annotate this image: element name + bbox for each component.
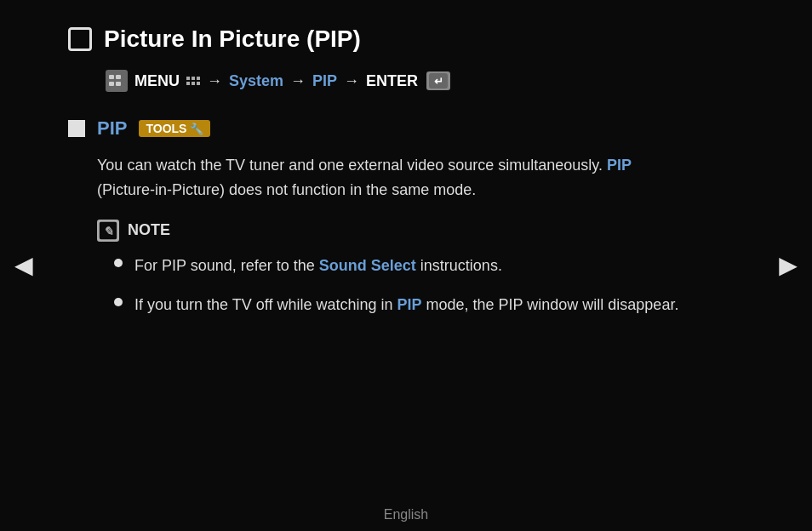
note-icon: ✎ [97,220,119,242]
sound-select-link: Sound Select [319,257,416,274]
breadcrumb-enter: ENTER [366,72,418,90]
pip-description: You can watch the TV tuner and one exter… [97,153,744,203]
enter-icon: ↵ [426,71,450,90]
description-part1: You can watch the TV tuner and one exter… [97,157,603,174]
section-bullet [68,120,85,137]
pip-section: PIP TOOLS 🔧 You can watch the TV tuner a… [68,117,744,317]
svg-rect-0 [106,70,128,92]
bullet-1-text: For PIP sound, refer to the Sound Select… [134,254,502,278]
svg-rect-1 [109,75,114,79]
svg-text:↵: ↵ [434,75,443,88]
breadcrumb-system: System [229,72,283,90]
breadcrumb-pip: PIP [312,72,337,90]
bullet-2-text: If you turn the TV off while watching in… [134,293,678,317]
pip-inline-reference: PIP [607,157,632,174]
svg-text:✎: ✎ [103,225,113,238]
breadcrumb-arrow-2: → [290,72,306,90]
description-part2: (Picture-in-Picture) does not function i… [97,181,476,198]
page-title: Picture In Picture (PIP) [104,26,361,53]
footer-language: English [0,507,812,522]
title-checkbox-icon [68,27,92,51]
menu-icon [106,70,128,92]
tools-badge: TOOLS 🔧 [139,120,210,137]
breadcrumb-menu: MENU [134,72,180,90]
note-heading: ✎ NOTE [97,220,744,242]
svg-rect-2 [116,75,121,79]
pip-heading-label: PIP [97,117,127,140]
tools-icon: 🔧 [190,123,203,135]
note-section: ✎ NOTE For PIP sound, refer to the Sound… [97,220,744,318]
list-item: If you turn the TV off while watching in… [114,293,744,317]
note-label: NOTE [128,221,170,239]
bullet-dot [114,298,123,306]
breadcrumb-arrow-1: → [207,72,222,90]
breadcrumb: MENU → System → PIP → ENTER [106,70,744,92]
note-bullet-list: For PIP sound, refer to the Sound Select… [114,254,744,318]
list-item: For PIP sound, refer to the Sound Select… [114,254,744,278]
pip-inline-bold: PIP [397,296,422,313]
menu-grid-icon [186,77,200,85]
svg-rect-3 [109,82,114,86]
svg-rect-4 [116,82,121,86]
tools-label: TOOLS [146,122,186,135]
bullet-dot [114,259,123,267]
pip-heading-row: PIP TOOLS 🔧 [68,117,744,140]
breadcrumb-arrow-3: → [344,72,359,90]
